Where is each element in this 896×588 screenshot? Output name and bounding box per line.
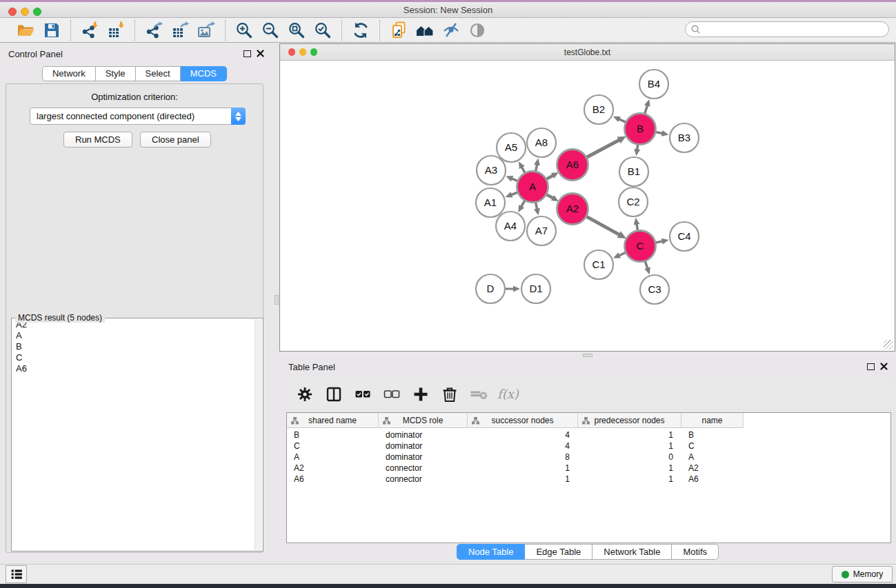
refresh-layout-button[interactable] bbox=[348, 20, 374, 41]
vertical-split-handle[interactable] bbox=[275, 295, 279, 305]
graph-edge-A6-B[interactable] bbox=[586, 139, 619, 157]
graph-edge-A2-C[interactable] bbox=[586, 216, 620, 235]
tab-select[interactable]: Select bbox=[136, 66, 181, 81]
tab-edge-table[interactable]: Edge Table bbox=[525, 544, 593, 560]
graph-node-B3[interactable]: B3 bbox=[670, 123, 699, 152]
graph-node-C1[interactable]: C1 bbox=[584, 250, 613, 279]
result-list-item[interactable]: A6 bbox=[12, 363, 255, 374]
run-mcds-button[interactable]: Run MCDS bbox=[63, 132, 132, 148]
close-window-button[interactable] bbox=[8, 8, 17, 16]
graph-node-A[interactable]: A bbox=[517, 172, 548, 203]
delete-table-button[interactable] bbox=[468, 384, 489, 405]
search-input[interactable] bbox=[701, 23, 888, 36]
zoom-selected-button[interactable] bbox=[310, 20, 336, 41]
table-row[interactable]: Adominator80A bbox=[287, 452, 890, 463]
network-graph[interactable]: B4B2BB3A8A5A6A3B1AC2A1A2A4A7C4CC1C3DD1 bbox=[280, 61, 895, 351]
network-close-button[interactable] bbox=[288, 48, 295, 56]
home-button[interactable] bbox=[412, 20, 438, 41]
minimize-window-button[interactable] bbox=[21, 8, 29, 16]
result-list-scrollbar[interactable] bbox=[255, 319, 262, 550]
add-column-button[interactable] bbox=[410, 384, 431, 405]
column-header-name[interactable]: name bbox=[681, 413, 744, 428]
graph-node-A8[interactable]: A8 bbox=[527, 128, 556, 157]
export-table-button[interactable] bbox=[167, 20, 193, 41]
split-view-button[interactable] bbox=[323, 384, 344, 405]
network-zoom-button[interactable] bbox=[310, 48, 317, 56]
task-history-button[interactable] bbox=[6, 565, 27, 583]
graph-node-A1[interactable]: A1 bbox=[476, 188, 505, 217]
tab-network-table[interactable]: Network Table bbox=[593, 544, 672, 560]
tab-motifs[interactable]: Motifs bbox=[672, 544, 719, 560]
result-list-item[interactable]: C bbox=[12, 352, 255, 363]
result-list-item[interactable]: A bbox=[12, 330, 255, 341]
column-header-shared-name[interactable]: shared name bbox=[287, 413, 379, 428]
zoom-window-button[interactable] bbox=[33, 8, 41, 16]
result-list-item[interactable]: B bbox=[12, 341, 255, 352]
export-network-button[interactable] bbox=[141, 20, 167, 41]
graph-node-A7[interactable]: A7 bbox=[527, 216, 556, 245]
import-table-button[interactable] bbox=[103, 20, 129, 41]
tab-mcds[interactable]: MCDS bbox=[181, 66, 227, 81]
graph-node-A2[interactable]: A2 bbox=[557, 194, 588, 225]
delete-column-button[interactable] bbox=[439, 384, 460, 405]
mcds-result-list[interactable]: A2ABCA6 bbox=[12, 319, 255, 550]
graph-node-C[interactable]: C bbox=[625, 231, 656, 262]
table-row[interactable]: Bdominator41B bbox=[287, 429, 890, 440]
graph-node-D[interactable]: D bbox=[476, 274, 505, 303]
graph-node-B2[interactable]: B2 bbox=[584, 95, 613, 124]
float-panel-icon[interactable] bbox=[243, 50, 251, 57]
table-body: Bdominator41BCdominator41CAdominator80AA… bbox=[287, 429, 890, 485]
table-cell: B bbox=[287, 429, 379, 440]
node-label: A3 bbox=[485, 164, 497, 176]
network-window-titlebar[interactable]: testGlobe.txt bbox=[280, 44, 895, 61]
table-row[interactable]: A6connector11A6 bbox=[287, 474, 890, 485]
tab-style[interactable]: Style bbox=[96, 66, 136, 81]
hide-details-button[interactable] bbox=[438, 20, 464, 41]
network-canvas[interactable]: B4B2BB3A8A5A6A3B1AC2A1A2A4A7C4CC1C3DD1 bbox=[280, 61, 895, 351]
graph-edge-B-B4[interactable] bbox=[644, 105, 647, 114]
optimization-criterion-select[interactable]: largest connected component (directed) bbox=[30, 108, 246, 125]
close-panel-button[interactable]: Close panel bbox=[140, 132, 211, 148]
deselect-all-button[interactable] bbox=[381, 384, 402, 405]
select-all-button[interactable] bbox=[352, 384, 373, 405]
zoom-fit-button[interactable] bbox=[283, 20, 310, 41]
graph-node-D1[interactable]: D1 bbox=[521, 274, 550, 303]
column-header-successor-nodes[interactable]: successor nodes bbox=[468, 413, 578, 428]
close-table-panel-icon[interactable] bbox=[880, 363, 888, 370]
table-row[interactable]: Cdominator41C bbox=[287, 440, 890, 452]
graph-node-A6[interactable]: A6 bbox=[557, 150, 588, 181]
tab-network[interactable]: Network bbox=[42, 66, 96, 81]
tab-node-table[interactable]: Node Table bbox=[457, 544, 526, 560]
graph-node-C2[interactable]: C2 bbox=[619, 187, 648, 216]
close-panel-icon[interactable] bbox=[257, 50, 264, 57]
graph-node-C4[interactable]: C4 bbox=[670, 222, 699, 251]
graph-node-B[interactable]: B bbox=[625, 114, 656, 145]
graph-node-B1[interactable]: B1 bbox=[619, 157, 648, 186]
memory-button[interactable]: Memory bbox=[832, 566, 893, 582]
optimization-criterion-label: Optimization criterion: bbox=[0, 92, 269, 102]
clone-network-button[interactable] bbox=[386, 20, 412, 41]
column-header-MCDS-role[interactable]: MCDS role bbox=[379, 413, 468, 428]
column-header-predecessor-nodes[interactable]: predecessor nodes bbox=[578, 413, 681, 428]
search-field[interactable] bbox=[685, 21, 889, 37]
window-resize-grip[interactable] bbox=[884, 340, 893, 349]
graph-node-A3[interactable]: A3 bbox=[477, 156, 506, 185]
save-session-button[interactable] bbox=[39, 20, 65, 41]
graph-node-B4[interactable]: B4 bbox=[639, 70, 668, 99]
float-table-panel-icon[interactable] bbox=[867, 363, 875, 370]
graph-node-A5[interactable]: A5 bbox=[497, 133, 526, 162]
import-network-button[interactable] bbox=[77, 20, 103, 41]
show-view-button[interactable] bbox=[464, 20, 490, 41]
settings-button[interactable] bbox=[295, 384, 315, 405]
function-builder-button[interactable]: f(x) bbox=[497, 384, 519, 405]
graph-node-C3[interactable]: C3 bbox=[640, 275, 669, 304]
graph-node-A4[interactable]: A4 bbox=[496, 212, 525, 241]
table-row[interactable]: A2connector11A2 bbox=[287, 463, 890, 474]
network-minimize-button[interactable] bbox=[299, 48, 306, 56]
horizontal-split-handle[interactable] bbox=[583, 354, 593, 357]
zoom-in-button[interactable] bbox=[231, 20, 257, 41]
graph-edge-C-C3[interactable] bbox=[645, 261, 648, 270]
open-file-button[interactable] bbox=[12, 20, 39, 41]
export-image-button[interactable] bbox=[193, 20, 219, 41]
zoom-out-button[interactable] bbox=[257, 20, 283, 41]
